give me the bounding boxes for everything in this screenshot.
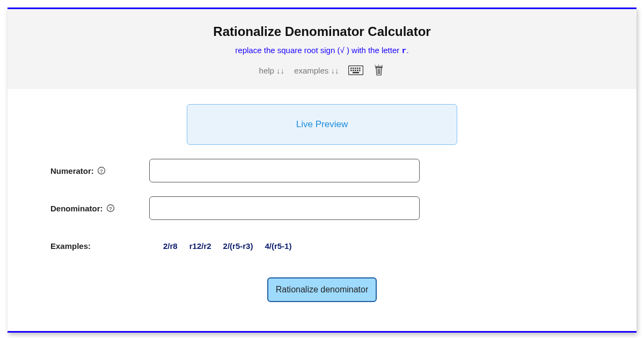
- example-link[interactable]: 4/(r5-1): [265, 241, 291, 251]
- trash-icon[interactable]: [373, 64, 385, 76]
- svg-rect-10: [359, 70, 361, 71]
- svg-rect-9: [357, 70, 358, 71]
- live-preview: Live Preview: [187, 104, 457, 145]
- button-row: Rationalize denominator: [50, 277, 594, 302]
- denominator-label-text: Denominator:: [50, 204, 103, 213]
- instruction-suffix: .: [406, 46, 408, 55]
- instruction-mid: ) with the letter: [347, 46, 402, 55]
- radical-symbol: √: [340, 46, 346, 55]
- example-link[interactable]: r12/r2: [189, 241, 211, 251]
- denominator-input[interactable]: [149, 196, 420, 220]
- numerator-input[interactable]: [149, 159, 420, 182]
- body: Live Preview Numerator: ? Denominator:: [8, 89, 636, 331]
- examples-row: Examples: 2/r8 r12/r2 2/(r5-r3) 4/(r5-1): [50, 241, 594, 251]
- instruction-prefix: replace the square root sign (: [235, 46, 340, 55]
- help-icon[interactable]: ?: [97, 166, 106, 175]
- help-link[interactable]: help ↓↓: [259, 66, 285, 75]
- svg-rect-3: [355, 68, 356, 69]
- header-links: help ↓↓ examples ↓↓: [18, 64, 626, 76]
- svg-rect-1: [350, 68, 352, 69]
- svg-rect-11: [353, 72, 359, 74]
- keyboard-icon[interactable]: [348, 65, 363, 75]
- calculator-frame: Rationalize Denominator Calculator repla…: [8, 8, 636, 333]
- denominator-row: Denominator: ?: [50, 196, 594, 220]
- header: Rationalize Denominator Calculator repla…: [8, 9, 636, 89]
- examples-label: Examples:: [50, 241, 149, 251]
- svg-line-12: [375, 65, 376, 66]
- svg-text:?: ?: [100, 168, 103, 174]
- svg-rect-8: [355, 70, 356, 71]
- example-link[interactable]: 2/r8: [163, 241, 178, 251]
- examples-list: 2/r8 r12/r2 2/(r5-r3) 4/(r5-1): [149, 241, 291, 251]
- svg-rect-6: [350, 70, 352, 71]
- rationalize-button[interactable]: Rationalize denominator: [267, 277, 377, 302]
- example-link[interactable]: 2/(r5-r3): [223, 241, 253, 251]
- svg-text:?: ?: [109, 206, 112, 211]
- instruction-text: replace the square root sign (√ ) with t…: [18, 46, 626, 56]
- denominator-label: Denominator: ?: [50, 204, 149, 213]
- numerator-row: Numerator: ?: [50, 159, 594, 182]
- live-preview-label: Live Preview: [296, 119, 348, 130]
- svg-rect-7: [353, 70, 354, 71]
- numerator-label: Numerator: ?: [50, 166, 149, 175]
- svg-line-14: [382, 65, 383, 66]
- examples-link[interactable]: examples ↓↓: [294, 66, 339, 75]
- page-title: Rationalize Denominator Calculator: [18, 24, 626, 39]
- svg-rect-4: [357, 68, 358, 69]
- help-icon[interactable]: ?: [106, 204, 115, 212]
- svg-rect-5: [359, 68, 361, 69]
- svg-rect-2: [353, 68, 354, 69]
- numerator-label-text: Numerator:: [50, 166, 94, 175]
